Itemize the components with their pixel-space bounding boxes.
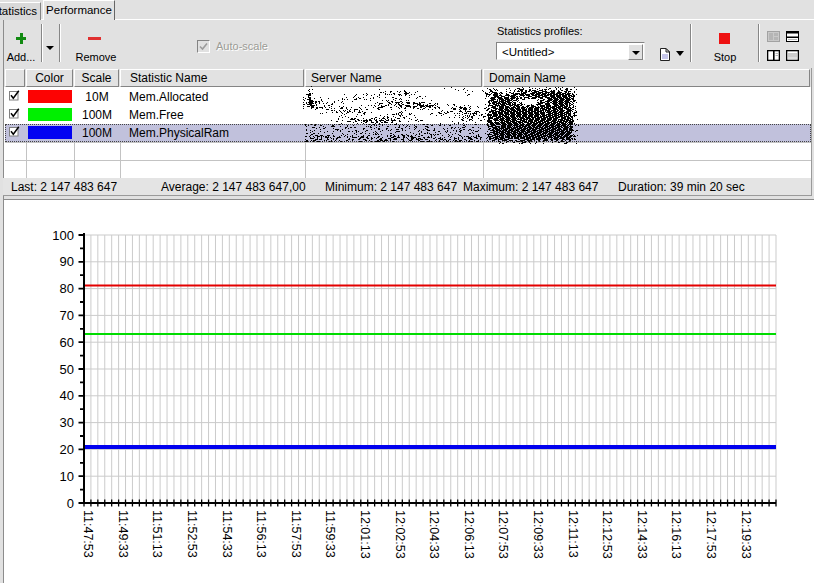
svg-text:12:02:53: 12:02:53 (393, 510, 407, 559)
svg-text:50: 50 (60, 362, 74, 377)
svg-text:60: 60 (60, 335, 74, 350)
svg-text:20: 20 (60, 442, 74, 457)
svg-text:12:12:53: 12:12:53 (600, 510, 614, 559)
svg-text:11:57:53: 11:57:53 (289, 510, 303, 558)
svg-text:12:11:13: 12:11:13 (566, 510, 580, 558)
svg-text:12:09:33: 12:09:33 (531, 510, 545, 559)
svg-text:90: 90 (60, 254, 74, 269)
svg-text:0: 0 (67, 496, 74, 511)
svg-text:100: 100 (52, 228, 74, 243)
svg-text:11:54:33: 11:54:33 (220, 510, 234, 558)
svg-text:11:47:53: 11:47:53 (81, 510, 95, 558)
svg-text:12:17:53: 12:17:53 (704, 510, 718, 559)
svg-text:11:59:33: 11:59:33 (323, 510, 337, 558)
svg-text:70: 70 (60, 308, 74, 323)
svg-text:40: 40 (60, 388, 74, 403)
svg-text:11:49:33: 11:49:33 (116, 510, 130, 558)
svg-text:12:01:13: 12:01:13 (358, 510, 372, 559)
svg-text:80: 80 (60, 281, 74, 296)
svg-text:11:52:53: 11:52:53 (185, 510, 199, 558)
svg-text:11:56:13: 11:56:13 (254, 510, 268, 558)
svg-text:12:04:33: 12:04:33 (427, 510, 441, 559)
svg-text:12:14:33: 12:14:33 (635, 510, 649, 559)
svg-text:12:16:13: 12:16:13 (669, 510, 683, 559)
svg-text:11:51:13: 11:51:13 (150, 510, 164, 558)
svg-text:12:06:13: 12:06:13 (462, 510, 476, 559)
svg-text:12:19:33: 12:19:33 (739, 510, 753, 559)
svg-text:12:07:53: 12:07:53 (496, 510, 510, 559)
svg-text:30: 30 (60, 415, 74, 430)
svg-text:10: 10 (60, 469, 74, 484)
